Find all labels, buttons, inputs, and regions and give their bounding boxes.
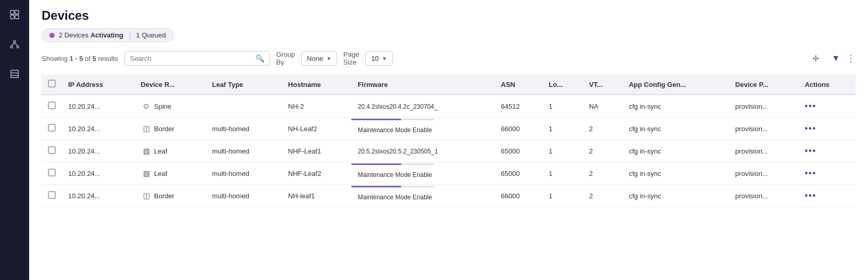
cell-ip: 10.20.24... [62,140,134,162]
col-ip-address: IP Address [62,74,134,95]
col-leaf-type: Leaf Type [206,74,282,95]
cell-app-config: cfg in-sync [622,140,729,162]
cell-asn: 66000 [495,118,543,140]
cell-firmware: Maintenance Mode Enable [351,118,494,140]
cell-firmware: 20.5.2slxos20.5.2_230505_1 [351,140,494,162]
row-actions-button[interactable]: ••• [805,146,816,155]
cell-device-role: ◫ Border [134,185,206,207]
firmware-progress-bar-bg [351,163,435,165]
cell-firmware: Maintenance Mode Enable [351,162,494,185]
row-checkbox[interactable] [48,146,56,154]
firmware-value: Maintenance Mode Enable [358,171,488,179]
table-row: 10.20.24...▨ Leafmulti-homedNHF-Leaf120.… [42,140,856,162]
cell-hostname: NHF-Leaf2 [282,162,352,185]
cell-actions[interactable]: ••• [798,95,856,118]
cell-hostname: NHF-Leaf1 [282,140,352,162]
row-checkbox[interactable] [48,191,56,199]
firmware-progress-bar-fill [351,163,401,165]
cell-device-p: provision... [729,118,799,140]
cell-asn: 66000 [495,185,543,207]
main-content: Devices 2 Devices Activating 1 Queued Sh… [29,0,868,280]
cell-device-p: provision... [729,162,799,185]
status-dot [49,33,55,38]
cell-leaf-type: multi-homed [206,140,282,162]
search-input[interactable] [130,55,252,62]
cell-vt: 2 [583,118,622,140]
cell-hostname: NH-leaf1 [282,185,352,207]
firmware-progress-bar-bg [351,186,435,187]
more-options-icon[interactable]: ⋮ [846,53,856,64]
cell-app-config: cfg in-sync [622,95,729,118]
cell-lo: 1 [542,118,583,140]
grid-icon[interactable] [6,6,23,26]
row-checkbox[interactable] [48,169,56,176]
firmware-progress-bar-fill [351,186,401,187]
cell-device-role: ⊙ Spine [134,95,206,118]
firmware-value: 20.5.2slxos20.5.2_230505_1 [358,148,438,155]
status-text: 2 Devices Activating [59,31,123,39]
row-checkbox[interactable] [48,124,56,132]
cell-lo: 1 [542,185,583,207]
cell-leaf-type: multi-homed [206,185,282,207]
cell-app-config: cfg in-sync [622,185,729,207]
cell-device-role: ◫ Border [134,118,206,140]
page-title: Devices [42,8,856,23]
cell-lo: 1 [542,95,583,118]
select-all-header[interactable] [42,74,62,95]
cell-actions[interactable]: ••• [798,118,856,140]
cell-device-role: ▨ Leaf [134,162,206,185]
row-actions-button[interactable]: ••• [805,101,816,110]
cell-vt: 2 [583,162,622,185]
page-size-dropdown[interactable]: 10 ▼ [365,52,392,66]
svg-rect-3 [15,15,19,19]
border-icon: ◫ [141,123,152,134]
row-actions-button[interactable]: ••• [805,169,816,177]
firmware-progress-bar-bg [351,119,435,120]
group-by-dropdown[interactable]: None ▼ [301,52,337,66]
svg-line-8 [15,43,18,46]
cell-vt: NA [583,95,622,118]
select-all-checkbox[interactable] [48,80,56,87]
cell-device-p: provision... [729,140,799,162]
cell-ip: 10.20.24... [62,118,134,140]
cell-firmware: Maintenance Mode Enable Maintenance Mode… [351,185,494,207]
table-row: 10.20.24...◫ Bordermulti-homedNH-Leaf2 M… [42,118,856,140]
cell-asn: 65000 [495,140,543,162]
cell-actions[interactable]: ••• [798,185,856,207]
cell-actions[interactable]: ••• [798,162,856,185]
group-by-label: GroupBy [276,50,295,66]
showing-text: Showing 1 - 5 of 5 results [42,55,118,62]
sidebar [0,0,29,280]
layers-icon[interactable] [6,66,23,85]
cell-asn: 65000 [495,162,543,185]
cell-device-p: provision... [729,185,799,207]
app-layout: Devices 2 Devices Activating 1 Queued Sh… [0,0,868,280]
svg-point-5 [10,46,12,48]
search-icon: 🔍 [256,54,264,62]
cell-app-config: cfg in-sync [622,118,729,140]
svg-point-4 [14,41,16,43]
cell-actions[interactable]: ••• [798,140,856,162]
cell-firmware: 20.4.2slxos20.4.2c_230704_ [351,95,494,118]
status-banner[interactable]: 2 Devices Activating 1 Queued [42,28,174,42]
firmware-progress-bar-fill [351,119,401,120]
search-box[interactable]: 🔍 [124,51,270,66]
col-lo: Lo... [542,74,583,95]
devices-table: IP Address Device R... Leaf Type Hostnam… [42,74,856,207]
row-checkbox[interactable] [48,101,56,109]
col-device-role: Device R... [134,74,206,95]
svg-rect-9 [11,70,18,78]
row-actions-button[interactable]: ••• [805,124,816,133]
cell-hostname: NH-Leaf2 [282,118,352,140]
col-device-p: Device P... [729,74,799,95]
cell-ip: 10.20.24... [62,162,134,185]
cell-ip: 10.20.24... [62,95,134,118]
row-actions-button[interactable]: ••• [805,191,816,200]
svg-rect-1 [15,10,19,14]
nodes-icon[interactable] [6,36,23,55]
cell-vt: 2 [583,140,622,162]
cell-leaf-type: multi-homed [206,118,282,140]
filter-icon[interactable]: ▼ [832,54,840,63]
firmware-value: Maintenance Mode Enable [358,194,488,201]
svg-point-6 [17,46,19,48]
